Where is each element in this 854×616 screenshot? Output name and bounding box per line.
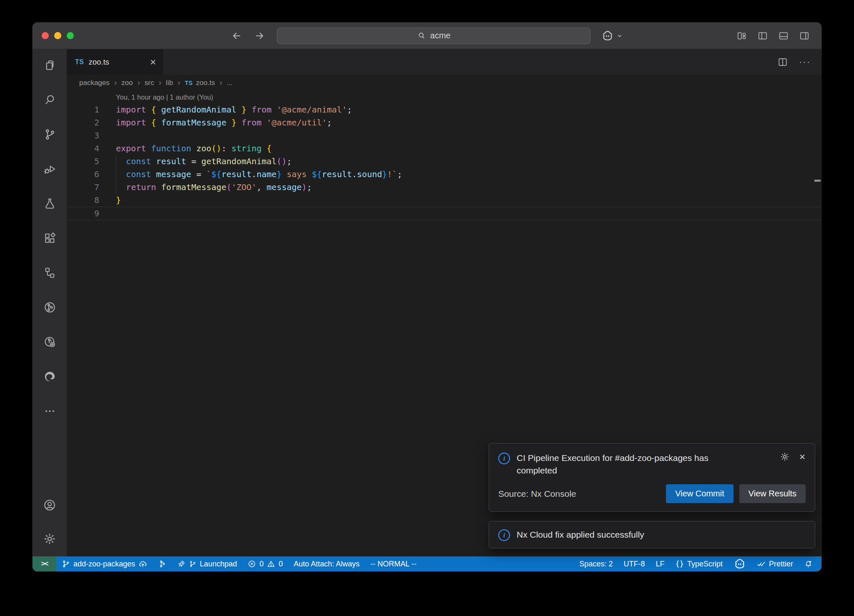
toggle-primary-sidebar-button[interactable] (757, 30, 768, 41)
code-line-3[interactable]: 3 (67, 129, 821, 142)
status-bar-label: LF (656, 560, 664, 568)
more-actions-button[interactable]: ··· (799, 60, 811, 64)
code-line-4[interactable]: 4export function zoo(): string { (67, 142, 821, 155)
activity-bar-item-more-ellipsis[interactable] (43, 404, 56, 418)
status-bar-item-vim-mode[interactable]: -- NORMAL -- (365, 556, 422, 571)
notification-actions: View CommitView Results (666, 484, 806, 503)
line-number[interactable]: 9 (67, 207, 99, 220)
activity-bar-item-testing[interactable] (43, 197, 56, 210)
line-number[interactable]: 7 (67, 181, 99, 194)
breadcrumb-separator: › (219, 78, 222, 87)
code-line-8[interactable]: 8} (67, 194, 821, 207)
line-number[interactable]: 8 (67, 194, 99, 207)
activity-bar-item-edge-devtools[interactable] (43, 370, 56, 383)
run-debug-icon (43, 163, 56, 175)
activity-bar-item-source-control[interactable] (43, 128, 56, 141)
copilot-icon (601, 30, 614, 42)
activity-bar-item-explorer[interactable] (43, 58, 56, 72)
breadcrumb-item-lib[interactable]: lib (166, 79, 173, 87)
activity-bar-item-project-graph[interactable] (43, 300, 56, 314)
line-number[interactable]: 4 (67, 142, 99, 155)
explorer-icon (43, 59, 56, 72)
tab-label: zoo.ts (88, 58, 109, 67)
customize-layout-button[interactable] (736, 30, 747, 41)
activity-bar-item-graph-search[interactable] (43, 335, 56, 348)
split-editor-button[interactable] (777, 57, 788, 68)
copilot-menu[interactable] (601, 30, 624, 42)
forward-arrow-icon (254, 30, 266, 42)
copilot-icon (733, 558, 746, 570)
notification-message: Nx Cloud fix applied successfully (517, 528, 738, 541)
breadcrumb-item-packages[interactable]: packages (79, 79, 110, 87)
breadcrumb-item-zoo[interactable]: zoo (121, 79, 133, 87)
warning-icon (267, 560, 275, 568)
window-controls (42, 32, 74, 39)
accounts-icon (43, 498, 56, 512)
status-bar-item-encoding[interactable]: UTF-8 (618, 556, 650, 571)
boxes-hierarchy-icon (43, 266, 56, 279)
status-bar-item-git-graph[interactable] (153, 556, 172, 571)
command-center: acme (230, 23, 624, 49)
toggle-panel-button[interactable] (778, 30, 789, 41)
code-line-content: const result = getRandomAnimal(); (116, 155, 292, 168)
line-number[interactable]: 3 (67, 129, 99, 142)
line-number[interactable]: 6 (67, 168, 99, 181)
status-bar-item-eol[interactable]: LF (650, 556, 670, 571)
close-tab-icon[interactable]: ✕ (150, 58, 156, 67)
maximize-window-button[interactable] (67, 32, 74, 39)
remote-indicator[interactable]: >< (33, 556, 56, 571)
code-line-7[interactable]: 7 return formatMessage('ZOO', message); (67, 181, 821, 194)
brackets-icon: {} (675, 560, 683, 568)
status-bar-item-indentation[interactable]: Spaces: 2 (574, 556, 618, 571)
view-results-button[interactable]: View Results (739, 484, 806, 503)
activity-bar (33, 49, 67, 556)
status-bar-item-notifications-bell[interactable] (799, 556, 818, 571)
status-bar-label: Auto Attach: Always (294, 560, 359, 568)
line-number[interactable]: 2 (67, 116, 99, 129)
breadcrumb-item-[interactable]: ... (227, 79, 233, 87)
breadcrumb-label: lib (166, 79, 173, 87)
code-line-9[interactable]: 9 (67, 207, 821, 220)
code-line-6[interactable]: 6 const message = `${result.name} says $… (67, 168, 821, 181)
close-window-button[interactable] (42, 32, 49, 39)
code-line-content: } (116, 194, 121, 207)
activity-bar-item-boxes-hierarchy[interactable] (43, 266, 56, 279)
info-icon: i (498, 529, 510, 541)
notification-gear-icon[interactable] (780, 452, 790, 462)
status-bar-item-git-branch[interactable]: add-zoo-packages (56, 556, 153, 571)
status-bar-item-problems[interactable]: 00 (242, 556, 288, 571)
status-bar-item-copilot-status[interactable] (728, 556, 751, 571)
activity-bar-item-search[interactable] (43, 93, 56, 106)
search-icon (417, 31, 426, 40)
code-line-2[interactable]: 2import { formatMessage } from '@acme/ut… (67, 116, 821, 129)
breadcrumb-item-src[interactable]: src (145, 79, 154, 87)
command-center-search[interactable]: acme (277, 28, 590, 44)
status-bar-item-language-mode[interactable]: {}TypeScript (670, 556, 728, 571)
code-line-content: return formatMessage('ZOO', message); (116, 181, 312, 194)
code-line-1[interactable]: 1import { getRandomAnimal } from '@acme/… (67, 103, 821, 116)
status-bar-item-auto-attach[interactable]: Auto Attach: Always (288, 556, 365, 571)
layout-controls (736, 23, 810, 49)
activity-bar-item-accounts[interactable] (43, 498, 56, 512)
line-number[interactable]: 5 (67, 155, 99, 168)
activity-bar-item-extensions[interactable] (43, 231, 56, 245)
toggle-secondary-sidebar-button[interactable] (799, 30, 810, 41)
notification-close-icon[interactable]: ✕ (799, 452, 806, 462)
activity-bar-item-run-debug[interactable] (43, 162, 56, 175)
breadcrumb-item-zoots[interactable]: TSzoo.ts (185, 79, 215, 87)
minimize-window-button[interactable] (54, 32, 61, 39)
line-number[interactable]: 1 (67, 103, 99, 116)
activity-bar-item-settings-gear[interactable] (43, 532, 56, 546)
tab-zoo-ts[interactable]: TS zoo.ts ✕ (67, 49, 163, 75)
code-line-content: import { getRandomAnimal } from '@acme/a… (116, 103, 352, 116)
status-bar-item-gitlens-launchpad[interactable]: Launchpad (172, 556, 242, 571)
back-button[interactable] (230, 30, 243, 42)
git-blame-annotation: You, 1 hour ago | 1 author (You) (67, 92, 821, 103)
status-bar-item-formatter-prettier[interactable]: Prettier (751, 556, 799, 571)
status-bar-label: 0 (259, 560, 264, 568)
branch-small-icon (189, 560, 196, 568)
settings-gear-icon (43, 532, 56, 546)
view-commit-button[interactable]: View Commit (666, 484, 733, 503)
code-line-5[interactable]: 5 const result = getRandomAnimal(); (67, 155, 821, 168)
forward-button[interactable] (254, 30, 266, 42)
